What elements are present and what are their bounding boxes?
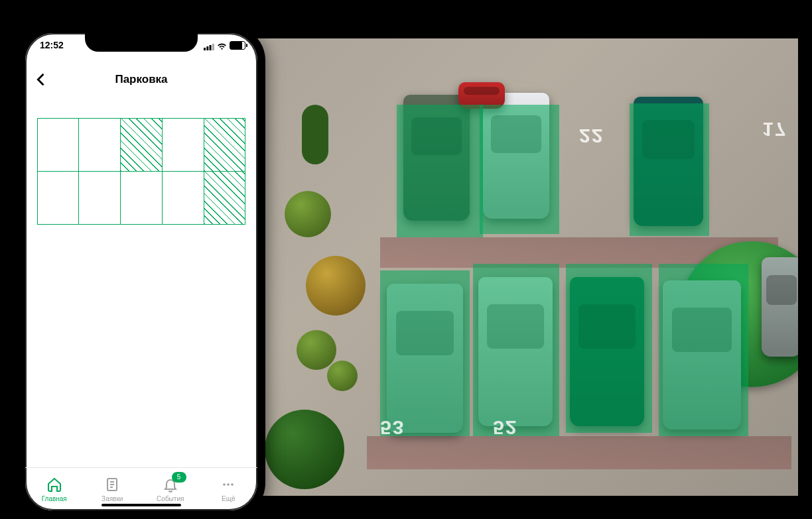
- tab-more[interactable]: Ещё: [200, 468, 258, 510]
- spot-number: 22: [579, 125, 604, 147]
- spot-number: 17: [762, 118, 787, 141]
- detection-overlay: [480, 105, 559, 234]
- page-title: Парковка: [115, 73, 167, 86]
- back-button[interactable]: [32, 70, 50, 89]
- svg-rect-0: [204, 48, 206, 50]
- parking-space[interactable]: [78, 118, 121, 172]
- detection-overlay: [380, 270, 470, 436]
- parking-space[interactable]: [162, 118, 204, 172]
- detection-overlay: [566, 264, 652, 433]
- parking-space[interactable]: [120, 171, 163, 225]
- app-header: Парковка: [25, 65, 257, 94]
- detection-overlay: [397, 105, 483, 237]
- detection-overlay: [473, 264, 559, 436]
- parking-space[interactable]: [204, 171, 246, 225]
- spot-number: 52: [493, 416, 517, 439]
- svg-rect-1: [206, 46, 208, 50]
- svg-point-8: [223, 483, 226, 486]
- tab-label: Главная: [42, 495, 67, 502]
- svg-rect-3: [212, 44, 214, 50]
- status-time: 12:52: [40, 40, 64, 50]
- events-badge: 5: [172, 472, 186, 483]
- tab-label: События: [157, 495, 184, 502]
- tab-label: Заявки: [102, 495, 123, 502]
- detection-overlay: [630, 103, 709, 236]
- spot-number: 53: [380, 416, 405, 439]
- phone-notch: [85, 33, 198, 52]
- tab-label: Ещё: [222, 495, 235, 502]
- more-icon: [220, 477, 236, 494]
- home-indicator: [102, 504, 181, 506]
- svg-point-9: [227, 483, 230, 486]
- car: [762, 257, 798, 357]
- document-icon: [104, 477, 120, 494]
- cellular-icon: [204, 42, 214, 49]
- svg-point-10: [231, 483, 234, 486]
- parking-space[interactable]: [37, 118, 80, 172]
- wifi-icon: [217, 42, 227, 49]
- parking-space[interactable]: [204, 118, 246, 172]
- tab-home[interactable]: Главная: [25, 468, 84, 510]
- parking-space[interactable]: [162, 171, 204, 225]
- battery-icon: [230, 41, 245, 50]
- home-icon: [46, 477, 62, 494]
- parking-space[interactable]: [37, 171, 80, 225]
- parking-space[interactable]: [78, 171, 121, 225]
- parking-grid: [37, 118, 245, 224]
- phone-mockup: 12:52 Парковка Главная За: [17, 25, 265, 518]
- parking-space[interactable]: [120, 118, 163, 172]
- detection-overlay: [659, 264, 748, 436]
- svg-rect-2: [210, 45, 212, 50]
